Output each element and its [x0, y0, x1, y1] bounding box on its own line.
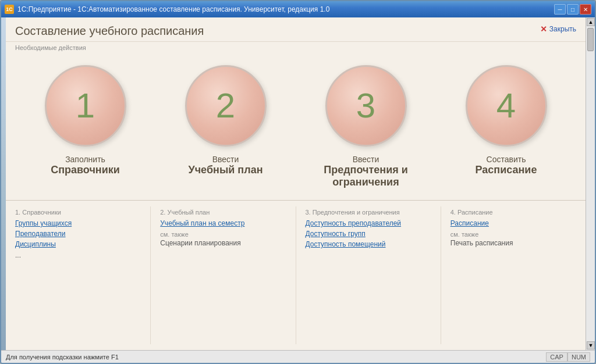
- window-title: 1С:Предприятие - 1С:Автоматизированное с…: [17, 5, 551, 13]
- close-x-icon: ✕: [540, 24, 547, 34]
- step-3-line1: Ввести: [308, 155, 424, 164]
- col-4-link-0[interactable]: Расписание: [450, 219, 576, 227]
- step-3-caption: Ввести Предпочтения и ограничения: [308, 155, 424, 188]
- col-3-title: 3. Предпочтения и ограничения: [306, 209, 431, 216]
- col-4-see-also: см. также: [450, 231, 576, 238]
- col-1-title: 1. Справочники: [15, 209, 141, 216]
- scrollbar-thumb[interactable]: [587, 28, 594, 51]
- scrollbar[interactable]: ▲ ▼: [586, 17, 595, 350]
- step-2: 2 Ввести Учебный план: [168, 65, 284, 188]
- step-4-line2: Расписание: [476, 164, 537, 176]
- step-4-circle[interactable]: 4: [466, 65, 547, 147]
- window-controls: ─ □ ✕: [554, 4, 591, 15]
- col-2-link-0[interactable]: Учебный план на семестр: [160, 219, 286, 227]
- main-window: 1C 1С:Предприятие - 1С:Автоматизированно…: [0, 0, 596, 364]
- col-2-title: 2. Учебный план: [160, 209, 286, 216]
- cap-indicator: CAP: [546, 352, 567, 362]
- close-label: Закрыть: [549, 25, 576, 33]
- step-3-circle[interactable]: 3: [325, 65, 407, 147]
- status-bar: Для получения подсказки нажмите F1 CAP N…: [1, 350, 595, 363]
- main-area: Составление учебного расписания ✕ Закрыт…: [1, 17, 595, 350]
- step-2-caption: Ввести Учебный план: [188, 155, 262, 176]
- status-indicators: CAP NUM: [546, 352, 590, 362]
- num-indicator: NUM: [567, 352, 590, 362]
- links-col-3: 3. Предпочтения и ограничения Доступност…: [296, 206, 441, 344]
- content-header: Составление учебного расписания ✕ Закрыт…: [6, 17, 586, 42]
- step-1: 1 Заполнить Справочники: [27, 65, 144, 188]
- step-1-number: 1: [76, 88, 95, 123]
- page-title: Составление учебного расписания: [15, 24, 204, 38]
- step-4-line1: Составить: [476, 155, 537, 164]
- col-2-see-also: см. также: [160, 231, 286, 238]
- scroll-up[interactable]: ▲: [587, 18, 595, 26]
- maximize-button[interactable]: □: [567, 4, 579, 15]
- step-1-line1: Заполнить: [51, 155, 120, 164]
- col-1-trailing: ...: [15, 251, 21, 259]
- col-3-link-2[interactable]: Доступность помещений: [306, 240, 431, 248]
- col-1-link-2[interactable]: Дисциплины: [15, 240, 141, 248]
- step-3: 3 Ввести Предпочтения и ограничения: [308, 65, 424, 188]
- scrollbar-track: [586, 52, 595, 341]
- step-2-line1: Ввести: [188, 155, 262, 164]
- links-area: 1. Справочники Группы учащихся Преподава…: [6, 201, 586, 350]
- step-1-circle[interactable]: 1: [45, 65, 126, 147]
- section-label: Необходимые действия: [6, 42, 586, 53]
- col-1-link-1[interactable]: Преподаватели: [15, 230, 141, 238]
- close-link[interactable]: ✕ Закрыть: [540, 24, 576, 34]
- window-close-button[interactable]: ✕: [580, 4, 591, 15]
- content-panel: Составление учебного расписания ✕ Закрыт…: [6, 17, 586, 350]
- col-3-link-1[interactable]: Доступность групп: [306, 230, 431, 238]
- col-2-plain-0: Сценарии планирования: [160, 239, 286, 247]
- step-4-number: 4: [496, 88, 516, 123]
- col-1-link-0[interactable]: Группы учащихся: [15, 219, 141, 227]
- step-2-number: 2: [216, 88, 235, 123]
- status-hint: Для получения подсказки нажмите F1: [6, 354, 546, 361]
- links-col-1: 1. Справочники Группы учащихся Преподава…: [6, 206, 151, 344]
- links-col-4: 4. Расписание Расписание см. также Печат…: [441, 206, 586, 344]
- col-4-title: 4. Расписание: [450, 209, 576, 216]
- step-1-line2: Справочники: [51, 164, 120, 176]
- app-icon: 1C: [5, 5, 14, 14]
- step-4: 4 Составить Расписание: [448, 65, 565, 188]
- step-3-number: 3: [356, 88, 375, 123]
- col-4-plain-0: Печать расписания: [450, 239, 576, 247]
- step-2-circle[interactable]: 2: [185, 65, 267, 147]
- links-col-2: 2. Учебный план Учебный план на семестр …: [151, 206, 296, 344]
- left-strip: [1, 17, 6, 350]
- step-1-caption: Заполнить Справочники: [51, 155, 120, 176]
- scroll-down[interactable]: ▼: [587, 341, 595, 349]
- steps-area: 1 Заполнить Справочники 2 Ввести Учебный…: [6, 53, 586, 194]
- step-2-line2: Учебный план: [188, 164, 262, 176]
- minimize-button[interactable]: ─: [554, 4, 566, 15]
- step-4-caption: Составить Расписание: [476, 155, 537, 176]
- step-3-line2: Предпочтения и ограничения: [308, 164, 424, 188]
- col-3-link-0[interactable]: Доступность преподавателей: [306, 219, 431, 227]
- title-bar: 1C 1С:Предприятие - 1С:Автоматизированно…: [1, 1, 595, 17]
